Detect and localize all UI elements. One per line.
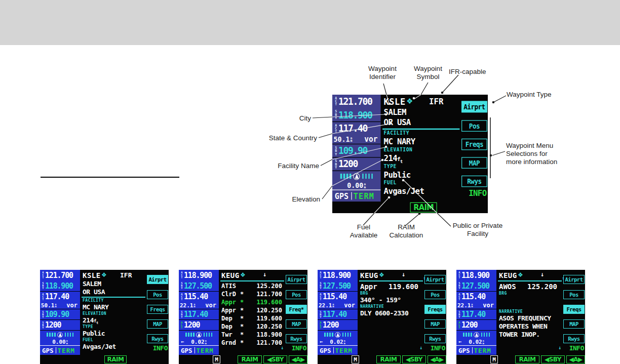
bottom-key-flipflop[interactable]: ◀A▶ [289,355,307,363]
softkey-freqs[interactable]: Freqs [461,139,487,150]
bottom-key-raim[interactable]: RAIM [238,355,262,363]
annotation-waypoint-menu: Waypoint Menu Selections for more inform… [506,142,577,167]
softkey-pos[interactable]: Pos [424,290,446,299]
frequency-row[interactable]: Appr*119.600 [221,298,285,306]
frequency-row[interactable]: Grnd*121.700 [221,339,285,347]
nav-standby-freq[interactable]: SBY 117.40 [318,309,358,319]
transponder-row[interactable]: ALT 1200 [318,320,358,330]
waypoint-symbol-icon: ❖ [518,271,523,278]
transponder-row[interactable]: ALT 1200 [456,320,496,330]
transponder-row[interactable]: SBY 1200 [40,320,80,330]
softkey-map[interactable]: MAP [563,319,585,329]
softkey-rwys[interactable]: Rwys [424,334,446,343]
annotation-waypoint-type: Waypoint Type [507,91,552,99]
frequency-name: Dep [221,323,239,330]
bottom-key-flipflop[interactable]: ◀A▶ [428,355,446,363]
waypoint-header: KEUG ❖ ↓ [358,270,424,280]
field-label: ELEVATION [83,311,146,316]
crosstrack-distance: ← 0.02 nm [318,339,358,345]
transponder-row[interactable]: ALT 1200 [179,320,219,330]
annotated-screenshot: ACT 121.700 SBY 118.900 ACT 117.40 50.1 … [332,95,488,213]
nm-unit: nm [472,303,473,308]
softkey-pos[interactable]: Pos [461,120,487,132]
frequency-star: * [240,339,244,346]
waypoint-page-body: KSLE ❖ IFR SALEMOR USAFACILITYMC NARYELE… [380,95,460,201]
waypoint-page-body: KEUG ❖ ↓ ↑AWOS125.200BRGNARRATIVEASOS FR… [496,270,563,355]
softkey-rwys[interactable]: Rwys [563,334,585,343]
softkey-freqs[interactable]: Freqs [563,305,585,314]
scroll-down-icon: ↓ [558,345,561,350]
frequency-row[interactable]: Twr*118.900 [221,331,285,339]
frequency-detail-row: AWOS125.200 [499,282,563,291]
annotation-waypoint-symbol: Waypoint Symbol [403,65,453,81]
com-standby-freq[interactable]: SBY 127.500 [456,280,496,291]
message-annunciator: M [352,355,359,363]
nav-standby-freq[interactable]: SBY 117.40 [179,309,219,319]
bottom-key-raim[interactable]: RAIM [376,355,401,363]
softkey-airprt[interactable]: Airprt [461,101,487,113]
dme-distance-row: 22.1 nm vor [179,302,219,309]
transponder-row[interactable]: SBY 1200 [332,158,380,171]
softkey-map[interactable]: MAP [147,319,168,329]
softkey-rwys[interactable]: Rwys [147,334,168,343]
softkey-map[interactable]: MAP [286,319,307,329]
softkey-pos[interactable]: Pos [147,290,168,299]
softkey-rwys[interactable]: Rwys [461,176,487,187]
separator-line [498,280,562,281]
frequency-row[interactable]: Appr*120.250 [221,306,285,314]
gps-mode-annunciator: GPS TERM [456,345,496,355]
com-standby-tag: SBY [180,282,184,290]
frequency-row[interactable]: Dep*120.250 [221,322,285,331]
bottom-key-bar: RAIM [40,355,169,364]
frequency-row[interactable]: Dep*119.600 [221,314,285,322]
separator-line [359,280,423,281]
com-standby-freq[interactable]: SBY 127.500 [318,280,358,291]
softkey-freqs[interactable]: Freqs [147,305,168,314]
frequency-row[interactable]: ATIS125.200 [221,282,285,290]
softkey-airprt[interactable]: Airprt [563,275,585,284]
waypoint-header: KEUG ❖ ↓ [496,270,563,280]
com-standby-freq[interactable]: SBY 118.900 [332,108,380,121]
field-value: 214ft [83,316,146,325]
transponder-mode-tag: ALT [180,321,184,329]
cdi-icon [40,331,80,339]
waypoint-ident: KSLE [83,271,101,279]
softkey-pos[interactable]: Pos [563,290,585,299]
bottom-key-raim[interactable]: RAIM [104,355,127,363]
dme-distance-row: 22.1 nm vor [456,302,496,309]
nav-standby-tag: SBY [41,311,45,318]
annotation-facility-name: Facility Name [258,162,319,170]
bottom-key-raim[interactable]: RAIM [515,355,539,363]
softkey-map[interactable]: MAP [461,157,487,169]
nav-standby-freq[interactable]: SBY 109.90 [40,309,80,319]
nm-unit: nm [194,303,196,308]
frequency-value: 118.900 [256,331,282,338]
nav-standby-freq[interactable]: SBY 117.40 [456,309,496,319]
field-value: ASOS FREQUENCY [499,314,563,322]
left-arrow-icon: ← [458,339,461,344]
nav-standby-freq[interactable]: SBY 109.90 [332,144,380,157]
bottom-key-standby[interactable]: ◀SBY [263,355,287,363]
bottom-key-standby[interactable]: ◀SBY [541,355,565,363]
com-standby-freq[interactable]: SBY 118.900 [40,280,80,291]
vor-label: vor [205,302,219,309]
softkey-map[interactable]: MAP [424,319,446,329]
cdi-needle-icon [336,333,339,337]
field-value: OPERATES WHEN [499,322,563,331]
softkey-airprt[interactable]: Airprt [286,275,307,284]
waypoint-page-body: KEUG ❖ ↓ ↑Appr119.600BRG340° - 159°NARRA… [358,270,424,355]
vor-label: vor [364,135,380,144]
bottom-key-standby[interactable]: ◀SBY [402,355,426,363]
softkey-airprt[interactable]: Airprt [424,275,446,284]
frequency-row[interactable]: ClrD*121.700 [221,290,285,298]
com-standby-freq[interactable]: SBY 127.500 [179,280,219,291]
gps-mode-annunciator: GPS TERM [332,189,380,201]
softkey-freq[interactable]: Freq* [286,305,307,314]
softkey-rwys[interactable]: Rwys [286,334,307,343]
softkey-airprt[interactable]: Airprt [147,275,168,284]
frequency-detail-row: Appr119.600 [360,282,424,291]
softkey-freqs[interactable]: Freqs [424,305,446,314]
bottom-key-raim[interactable]: RAIM [410,203,437,213]
softkey-pos[interactable]: Pos [286,290,307,299]
bottom-key-flipflop[interactable]: ◀A▶ [566,355,585,363]
